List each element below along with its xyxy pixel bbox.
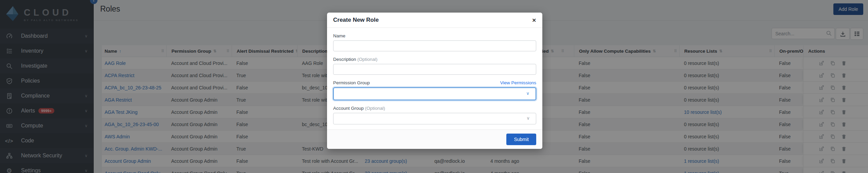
modal-header: Create New Role ✕ [327,13,542,28]
role-name-input[interactable] [333,40,536,51]
permission-group-label: Permission Group [333,80,370,85]
name-label: Name [333,33,345,38]
account-group-field-group: Account Group (Optional) ∨ [333,106,536,124]
modal-body: Name Description (Optional) Permission G… [327,28,542,129]
description-label: Description (Optional) [333,57,378,62]
submit-button[interactable]: Submit [506,134,536,145]
modal-footer: Submit [327,129,542,149]
name-field-group: Name [333,33,536,51]
optional-hint: (Optional) [357,57,377,62]
optional-hint: (Optional) [365,106,385,111]
create-new-role-modal: Create New Role ✕ Name Description (Opti… [327,13,542,149]
chevron-down-icon: ∨ [526,91,529,96]
modal-title: Create New Role [333,17,379,23]
account-group-label: Account Group (Optional) [333,106,385,111]
chevron-down-icon: ∨ [526,116,530,121]
role-description-input[interactable] [333,64,536,75]
account-group-select[interactable]: ∨ [333,113,536,124]
description-field-group: Description (Optional) [333,57,536,75]
permission-group-select[interactable]: ∨ [333,87,536,100]
view-permissions-link[interactable]: View Permissions [500,80,536,85]
close-icon[interactable]: ✕ [532,18,536,23]
permission-group-field-group: Permission Group View Permissions ∨ [333,80,536,100]
